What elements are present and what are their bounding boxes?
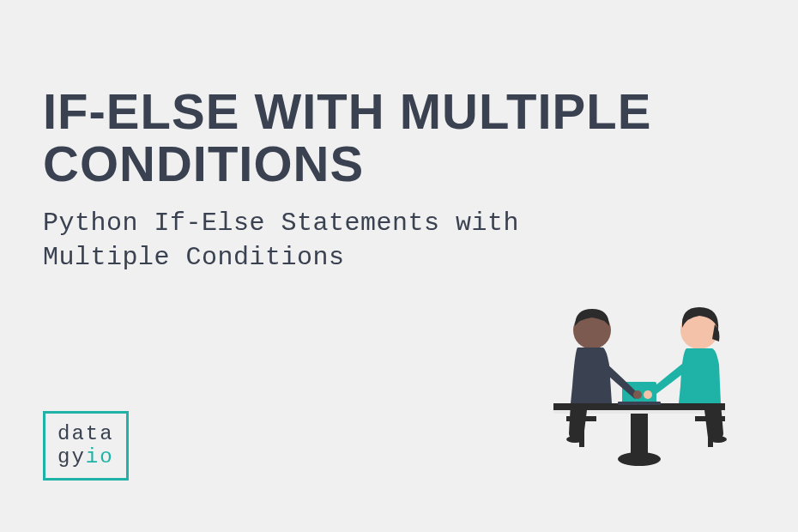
- svg-point-12: [644, 390, 652, 399]
- logo-line2-part1: gy: [57, 445, 86, 469]
- page-subtitle: Python If-Else Statements with Multiple …: [43, 206, 626, 275]
- svg-rect-2: [631, 414, 648, 456]
- page-title: IF-ELSE WITH MULTIPLE CONDITIONS: [43, 86, 755, 190]
- svg-rect-10: [579, 421, 584, 447]
- logo-line2-part2: io: [86, 445, 114, 469]
- handshake-illustration: [511, 283, 768, 489]
- svg-rect-5: [618, 402, 661, 405]
- logo-line1: data: [57, 422, 114, 445]
- datagy-logo: data gyio: [43, 411, 129, 481]
- svg-rect-14: [695, 416, 725, 421]
- svg-rect-9: [566, 416, 596, 421]
- svg-point-3: [618, 452, 661, 466]
- svg-rect-15: [708, 421, 713, 447]
- svg-point-7: [633, 390, 642, 399]
